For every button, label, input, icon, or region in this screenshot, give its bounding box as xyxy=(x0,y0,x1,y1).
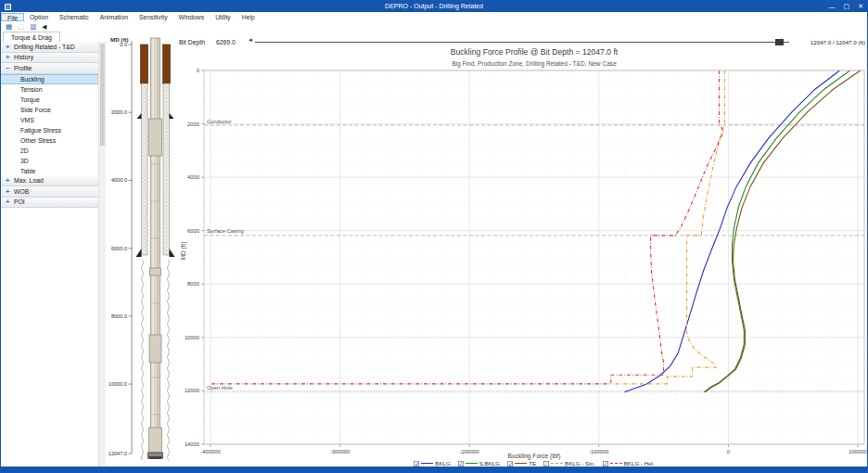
sidebar-item-2d[interactable]: 2D xyxy=(1,146,98,156)
sidebar-item-3d[interactable]: 3D xyxy=(1,156,98,166)
sidebar-item-label: 3D xyxy=(20,158,29,164)
sidebar-item-label: Max. Load xyxy=(14,177,44,184)
expand-icon[interactable]: + xyxy=(6,43,14,51)
sidebar-item-label: Buckling xyxy=(20,76,45,83)
sidebar-item-label: Other Stress xyxy=(20,137,56,144)
app-window: DEPRO - Output - Drilling Related — ▢ ✕ … xyxy=(0,0,868,473)
statusbar xyxy=(1,467,867,472)
svg-text:2000.0: 2000.0 xyxy=(111,109,127,115)
legend-checkbox[interactable]: ✓ xyxy=(603,461,608,467)
svg-text:10000.0: 10000.0 xyxy=(108,381,127,387)
sidebar-item-label: Fatigue Stress xyxy=(20,127,61,134)
sidebar-item-label: Drilling Related - T&D xyxy=(14,44,75,50)
sidebar-item-buckling[interactable]: Buckling xyxy=(1,74,98,84)
svg-text:12000: 12000 xyxy=(185,388,199,393)
sidebar-item-label: Profile xyxy=(14,65,32,71)
legend-item-bklg: ✓BKLG xyxy=(414,460,451,467)
sidebar-item-tension[interactable]: Tension xyxy=(1,84,98,95)
legend-line-sample xyxy=(610,463,622,464)
buckling-chart: ConductorSurface CasingOpen Hole-400000-… xyxy=(177,34,868,468)
sidebar-item-fatigue-stress[interactable]: Fatigue Stress xyxy=(1,125,98,135)
sidebar-item-label: VMS xyxy=(20,117,34,123)
legend-label: BKLG - Sin. xyxy=(565,460,595,467)
minimize-button[interactable]: — xyxy=(829,4,836,10)
svg-text:2000: 2000 xyxy=(187,121,199,127)
report-icon[interactable]: ▦ xyxy=(6,22,12,32)
svg-text:Conductor: Conductor xyxy=(207,119,232,124)
svg-text:8000: 8000 xyxy=(187,281,199,287)
legend-checkbox[interactable]: ✓ xyxy=(458,461,464,467)
svg-text:8000.0: 8000.0 xyxy=(111,313,127,319)
chart-area: Bit Depth 6269.0 ◄ 12047.0 / 12047.0 (ft… xyxy=(177,34,868,468)
svg-text:10000: 10000 xyxy=(185,335,199,340)
legend-label: BKLG xyxy=(435,460,451,467)
menu-animation[interactable]: Animation xyxy=(95,13,134,21)
legend-label: TE xyxy=(529,460,536,467)
menu-sensitivity[interactable]: Sensitivity xyxy=(134,13,173,21)
well-schematic-drawing: 0.02000.04000.06000.08000.010000.012047.… xyxy=(107,34,177,468)
sidebar-tree: +Drilling Related - T&D+History−ProfileB… xyxy=(1,42,99,468)
sidebar-item-label: Torque xyxy=(20,96,40,103)
svg-text:4000: 4000 xyxy=(187,174,199,180)
sidebar-item-poi[interactable]: +POI xyxy=(1,198,98,209)
expand-icon[interactable]: + xyxy=(6,53,14,61)
legend-line-sample xyxy=(515,463,527,464)
schematic-axis-title: MD (ft) xyxy=(110,36,129,43)
sidebar-item-wob[interactable]: +WOB xyxy=(1,186,98,198)
menu-option[interactable]: Option xyxy=(24,13,54,21)
sidebar-item-profile[interactable]: −Profile xyxy=(1,63,98,74)
close-button[interactable]: ✕ xyxy=(858,3,863,10)
legend-checkbox[interactable]: ✓ xyxy=(414,461,419,467)
menu-windows[interactable]: Windows xyxy=(173,13,211,21)
legend-item-s-bklg: ✓S.BKLG xyxy=(458,460,500,467)
sidebar-item-label: POI xyxy=(14,198,25,205)
expand-icon[interactable]: + xyxy=(6,176,14,185)
sidebar-item-max-load[interactable]: +Max. Load xyxy=(1,176,98,187)
legend-checkbox[interactable]: ✓ xyxy=(543,461,549,467)
maximize-button[interactable]: ▢ xyxy=(844,3,850,10)
legend-item-bklg-sin-: ✓BKLG - Sin. xyxy=(543,460,595,467)
svg-text:0: 0 xyxy=(197,68,199,73)
sidebar-item-table[interactable]: Table xyxy=(1,166,98,176)
sidebar-item-label: 2D xyxy=(20,147,29,154)
collapse-icon[interactable]: − xyxy=(6,64,14,72)
sidebar-item-other-stress[interactable]: Other Stress xyxy=(1,135,98,146)
legend-label: S.BKLG xyxy=(479,460,500,467)
window-title: DEPRO - Output - Drilling Related xyxy=(1,1,867,12)
legend-checkbox[interactable]: ✓ xyxy=(507,461,513,467)
sidebar-item-side-force[interactable]: Side Force xyxy=(1,105,98,115)
sidebar-item-label: WOB xyxy=(14,188,29,195)
menu-help[interactable]: Help xyxy=(236,13,261,21)
expand-icon[interactable]: + xyxy=(6,187,14,196)
svg-text:14000: 14000 xyxy=(185,441,199,447)
svg-text:Open Hole: Open Hole xyxy=(207,385,233,390)
legend-item-te: ✓TE xyxy=(507,460,536,467)
svg-text:12047.0: 12047.0 xyxy=(108,451,127,456)
menubar: FileOptionSchematicAnimationSensitivityW… xyxy=(1,12,867,21)
legend-line-sample xyxy=(466,463,478,464)
scrollbar-thumb[interactable] xyxy=(100,44,105,146)
sidebar-item-history[interactable]: +History xyxy=(1,53,98,64)
x-axis-title: Buckling Force (lbf) xyxy=(204,453,864,459)
menu-schematic[interactable]: Schematic xyxy=(54,13,95,21)
svg-text:Surface Casing: Surface Casing xyxy=(207,228,244,234)
report-disabled-icon: ▢ xyxy=(18,22,24,32)
sidebar-item-label: Tension xyxy=(20,86,42,93)
menu-file[interactable]: File xyxy=(1,13,24,21)
sidebar-item-drilling-related-t-d[interactable]: +Drilling Related - T&D xyxy=(1,42,98,53)
svg-text:6000.0: 6000.0 xyxy=(111,246,127,251)
svg-text:6000: 6000 xyxy=(187,228,199,234)
menu-utility[interactable]: Utility xyxy=(210,13,236,21)
toolbar: ▦ ▢ ▥ ◀ xyxy=(1,21,867,32)
sidebar-item-label: Table xyxy=(20,168,35,174)
sidebar-item-vms[interactable]: VMS xyxy=(1,115,98,125)
svg-text:4000.0: 4000.0 xyxy=(111,177,127,183)
sidebar-item-torque[interactable]: Torque xyxy=(1,95,98,105)
legend-line-sample xyxy=(421,463,433,464)
well-schematic: 0.02000.04000.06000.08000.010000.012047.… xyxy=(107,34,177,468)
back-icon[interactable]: ◀ xyxy=(42,22,46,32)
sidebar-item-label: Side Force xyxy=(20,107,51,113)
sidebar-scrollbar[interactable] xyxy=(99,42,106,468)
expand-icon[interactable]: + xyxy=(6,198,14,206)
calculator-icon[interactable]: ▥ xyxy=(30,22,36,32)
